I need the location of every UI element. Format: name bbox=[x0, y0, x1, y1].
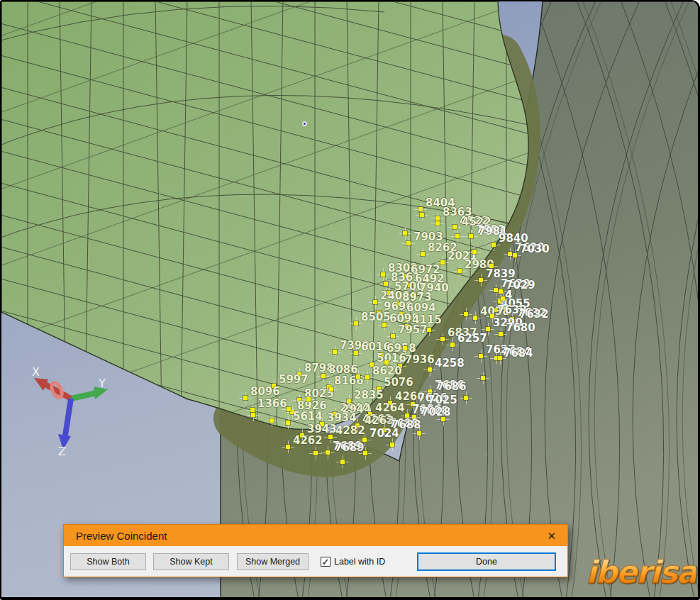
iberisa-logo: iberisa bbox=[586, 556, 696, 589]
femap-viewport-window: 8404836345224522798179817903984082627620… bbox=[0, 0, 700, 600]
show-kept-button[interactable]: Show Kept bbox=[153, 553, 229, 570]
show-both-button[interactable]: Show Both bbox=[70, 553, 146, 570]
done-button[interactable]: Done bbox=[417, 552, 556, 571]
x-axis-label: X bbox=[32, 366, 40, 379]
preview-coincident-dialog: Preview Coincident ✕ Show Both Show Kept… bbox=[63, 524, 568, 577]
show-merged-button[interactable]: Show Merged bbox=[237, 553, 309, 570]
checkbox-box[interactable]: ✓ bbox=[321, 557, 330, 567]
close-icon[interactable]: ✕ bbox=[543, 530, 560, 541]
rotation-center-marker bbox=[302, 121, 307, 126]
z-axis bbox=[65, 399, 71, 435]
y-axis bbox=[71, 393, 96, 399]
checkbox-label: Label with ID bbox=[334, 557, 385, 567]
model-viewport[interactable] bbox=[1, 1, 699, 599]
y-axis-label: Y bbox=[98, 377, 106, 390]
dialog-title: Preview Coincident bbox=[76, 530, 543, 542]
z-axis-label: Z bbox=[58, 445, 66, 457]
dialog-body: Show Both Show Kept Show Merged ✓ Label … bbox=[64, 546, 567, 577]
dialog-titlebar[interactable]: Preview Coincident ✕ bbox=[64, 525, 567, 546]
orientation-triad: X Y Z bbox=[13, 366, 109, 457]
checkbox-check-icon: ✓ bbox=[322, 557, 330, 567]
label-with-id-checkbox[interactable]: ✓ Label with ID bbox=[321, 557, 385, 567]
